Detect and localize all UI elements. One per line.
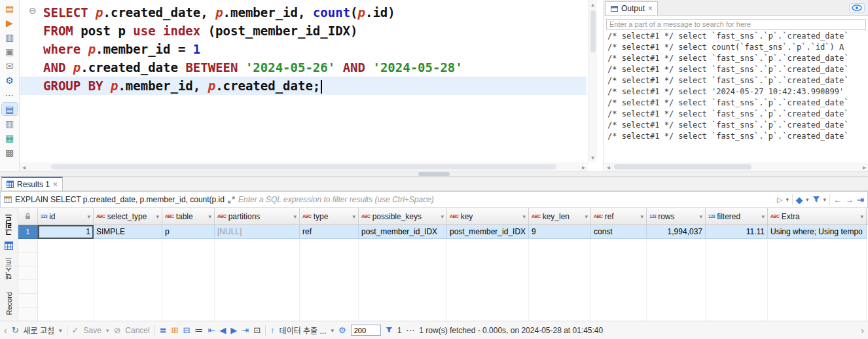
scroll-left-icon[interactable]: ◂ <box>607 164 610 171</box>
refresh-icon[interactable]: ↻ <box>12 325 19 335</box>
edit-value-icon[interactable]: ≣ <box>160 325 167 335</box>
save-button[interactable]: Save <box>84 326 101 335</box>
tab-output[interactable]: Output × <box>606 1 658 15</box>
filter-settings-dropdown-icon[interactable]: ▾ <box>823 196 827 203</box>
previous-row-icon[interactable]: ◀ <box>219 325 226 335</box>
new-sql-editor-icon[interactable]: ▤ <box>2 2 18 14</box>
column-menu-icon[interactable]: ▾ <box>522 213 526 220</box>
settings-gear-icon[interactable]: ⚙ <box>2 74 18 86</box>
code-line[interactable]: where p.member_id = 1 <box>43 40 587 58</box>
results-grid[interactable]: 123id▾ABCselect_type▾ABCtable▾ABCpartiti… <box>18 208 868 321</box>
column-header-id[interactable]: 123id▾ <box>38 208 94 224</box>
editor-results-splitter[interactable] <box>0 171 868 177</box>
scroll-up-icon[interactable]: ▴ <box>591 1 594 8</box>
column-header-Extra[interactable]: ABCExtra▾ <box>768 208 867 224</box>
refresh-dropdown-icon[interactable]: ▾ <box>59 327 62 334</box>
history-end-icon[interactable]: ⇥ <box>857 195 864 205</box>
sql-script-icon[interactable]: ▥ <box>2 31 18 43</box>
editor-horizontal-scrollbar[interactable]: ◂ ▸ <box>20 162 588 171</box>
delete-row-icon[interactable]: ⊟ <box>183 325 190 335</box>
column-header-key[interactable]: ABCkey▾ <box>447 208 529 224</box>
output-horizontal-scrollbar[interactable]: ◂ ▸ <box>605 162 868 171</box>
column-menu-icon[interactable]: ▾ <box>156 213 159 220</box>
fetch-filter-icon[interactable] <box>386 327 393 334</box>
column-menu-icon[interactable]: ▾ <box>87 213 90 220</box>
cell-Extra[interactable]: Using where; Using tempo <box>768 225 867 239</box>
code-line[interactable]: GROUP BY p.member_id, p.created_date; <box>20 77 587 95</box>
cell-select_type[interactable]: SIMPLE <box>94 225 162 239</box>
cell-ref[interactable]: const <box>591 225 647 239</box>
duplicate-row-icon[interactable]: ≔ <box>194 325 203 335</box>
expand-filter-icon[interactable] <box>228 196 235 204</box>
cell-filtered[interactable]: 11.11 <box>706 225 768 239</box>
more-options-icon[interactable]: ⋯ <box>406 325 414 335</box>
refresh-button[interactable]: 새로 고침 <box>24 325 55 336</box>
code-line[interactable]: SELECT p.created_date, p.member_id, coun… <box>43 3 587 22</box>
grid-layout-icon[interactable]: ▩ <box>2 146 18 158</box>
column-menu-icon[interactable]: ▾ <box>761 213 765 220</box>
splitter-handle[interactable] <box>418 172 450 176</box>
settings-gear-icon[interactable]: ⚙ <box>338 325 346 335</box>
column-menu-icon[interactable]: ▾ <box>441 213 444 220</box>
close-tab-icon[interactable]: × <box>53 180 58 189</box>
output-search-input[interactable] <box>606 19 866 30</box>
column-header-partitions[interactable]: ABCpartitions▾ <box>215 208 300 224</box>
column-header-key_len[interactable]: ABCkey_len▾ <box>529 208 591 224</box>
tab-grid-view[interactable]: 그리드 <box>4 211 14 239</box>
last-row-icon[interactable]: ⇥ <box>242 325 249 335</box>
cell-possible_keys[interactable]: post_member_id_IDX <box>359 225 447 239</box>
filter-history-dropdown-icon[interactable]: ▾ <box>786 196 789 203</box>
fetch-size-input[interactable] <box>351 325 381 336</box>
show-output-toggle[interactable] <box>849 3 865 12</box>
cell-type[interactable]: ref <box>300 225 359 239</box>
cell-partitions[interactable]: [NULL] <box>215 225 300 239</box>
sql-file-icon[interactable]: ▤ <box>2 103 18 115</box>
scroll-right-icon[interactable]: ▸ <box>582 164 585 171</box>
execute-statement-icon[interactable]: ▶ <box>2 16 18 29</box>
focus-cell-icon[interactable]: ⊡ <box>253 325 261 335</box>
history-back-icon[interactable]: ← <box>833 195 842 205</box>
export-icon[interactable]: ↑ <box>270 325 275 335</box>
column-header-type[interactable]: ABCtype▾ <box>300 208 359 224</box>
add-row-icon[interactable]: ⊞ <box>172 325 179 335</box>
column-menu-icon[interactable]: ▾ <box>208 213 211 220</box>
scroll-thumb[interactable] <box>51 164 556 170</box>
first-row-icon[interactable]: ⇤ <box>208 325 215 335</box>
scroll-thumb[interactable] <box>590 10 596 52</box>
column-menu-icon[interactable]: ▾ <box>860 213 863 220</box>
column-header-possible_keys[interactable]: ABCpossible_keys▾ <box>359 208 447 224</box>
script-file-icon[interactable]: ▥ <box>2 117 18 130</box>
cell-key_len[interactable]: 9 <box>529 225 591 239</box>
clear-filter-dropdown-icon[interactable]: ▾ <box>806 196 809 203</box>
column-menu-icon[interactable]: ▾ <box>585 213 588 220</box>
sql-code-area[interactable]: SELECT p.created_date, p.member_id, coun… <box>43 3 587 95</box>
tab-record-view[interactable]: Record <box>5 289 13 318</box>
column-menu-icon[interactable]: ▾ <box>699 213 702 220</box>
scroll-left-icon[interactable]: ◂ <box>22 164 26 171</box>
commit-mail-icon[interactable]: ✉ <box>2 60 18 72</box>
column-header-filtered[interactable]: 123filtered▾ <box>706 208 768 224</box>
cancel-icon[interactable]: ⊘ <box>113 325 120 335</box>
apply-filter-icon[interactable]: ▷ <box>777 196 782 204</box>
more-actions-icon[interactable]: ⋯ <box>2 88 18 101</box>
cell-table[interactable]: p <box>162 225 215 239</box>
close-tab-icon[interactable]: × <box>648 4 653 13</box>
export-data-button[interactable]: 데이터 추출 ... <box>280 325 327 336</box>
column-menu-icon[interactable]: ▾ <box>293 213 297 220</box>
panel-layout-icon[interactable]: ▣ <box>2 45 18 58</box>
history-forward-icon[interactable]: → <box>845 195 854 205</box>
tab-text-view[interactable]: 텍스트 <box>4 255 14 283</box>
column-menu-icon[interactable]: ▾ <box>352 213 355 220</box>
grid-view-icon[interactable] <box>5 241 13 253</box>
sql-editor[interactable]: ⊖ SELECT p.created_date, p.member_id, co… <box>20 0 588 162</box>
scroll-thumb[interactable] <box>614 164 751 170</box>
row-number[interactable]: 1 <box>18 225 38 239</box>
cell-id[interactable]: 1 <box>38 225 94 239</box>
cell-rows[interactable]: 1,994,037 <box>647 225 706 239</box>
code-fold-icon[interactable]: ⊖ <box>29 5 37 16</box>
grid-scroll-left-icon[interactable]: ‹ <box>4 325 7 336</box>
clear-filter-icon[interactable]: ◆ <box>796 195 803 205</box>
save-icon[interactable]: ✓ <box>72 325 79 335</box>
column-header-rows[interactable]: 123rows▾ <box>647 208 706 224</box>
code-line[interactable]: AND p.created_date BETWEEN '2024-05-26' … <box>43 58 587 77</box>
